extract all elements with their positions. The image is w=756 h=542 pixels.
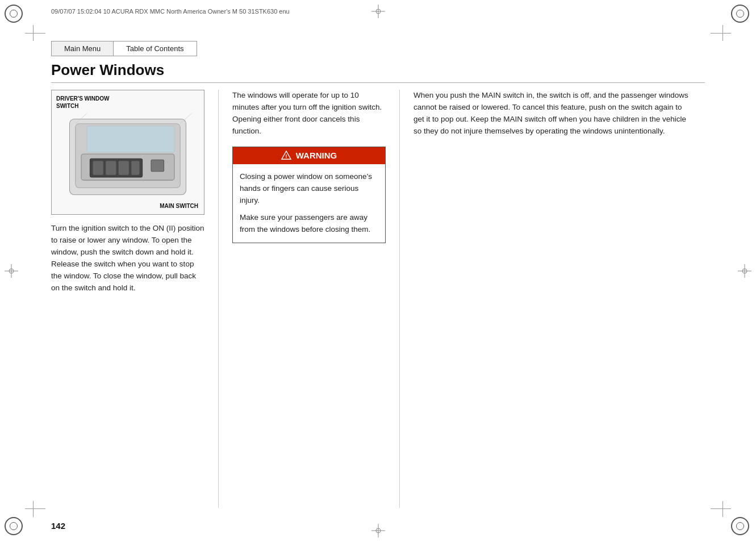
crosshair-top bbox=[371, 5, 385, 18]
crosshair-left bbox=[5, 264, 18, 278]
table-of-contents-tab[interactable]: Table of Contents bbox=[114, 41, 196, 56]
edge-line bbox=[711, 33, 731, 34]
warning-box: ! WARNING Closing a power window on some… bbox=[232, 147, 386, 244]
svg-rect-20 bbox=[151, 160, 164, 172]
edge-line bbox=[33, 501, 34, 517]
warning-line2: Make sure your passengers are away from … bbox=[240, 212, 378, 236]
nav-tabs: Main Menu Table of Contents bbox=[51, 41, 197, 56]
window-switch-illustration bbox=[57, 107, 198, 201]
warning-header: ! WARNING bbox=[233, 147, 385, 164]
warning-body: Closing a power window on someone's hand… bbox=[233, 164, 385, 243]
svg-rect-23 bbox=[87, 126, 174, 152]
image-label-main-switch: MAIN SWITCH bbox=[160, 202, 198, 210]
page-number: 142 bbox=[51, 521, 65, 531]
page-title: Power Windows bbox=[51, 61, 705, 83]
edge-line bbox=[25, 33, 45, 34]
header-meta: 09/07/07 15:02:04 10 ACURA RDX MMC North… bbox=[51, 8, 290, 15]
edge-line bbox=[722, 501, 723, 517]
corner-decoration-bl bbox=[5, 517, 25, 537]
content-area: DRIVER'S WINDOW SWITCH bbox=[51, 90, 705, 508]
crosshair-bottom bbox=[371, 524, 385, 537]
warning-line1: Closing a power window on someone's hand… bbox=[240, 171, 378, 207]
corner-decoration-tl bbox=[5, 5, 25, 25]
edge-line bbox=[25, 508, 45, 509]
col-right-body-text: When you push the MAIN switch in, the sw… bbox=[413, 90, 694, 137]
svg-rect-16 bbox=[93, 161, 103, 175]
svg-rect-18 bbox=[119, 161, 129, 175]
window-switch-image: DRIVER'S WINDOW SWITCH bbox=[51, 90, 204, 215]
svg-rect-17 bbox=[106, 161, 116, 175]
corner-decoration-br bbox=[731, 517, 751, 537]
svg-text:!: ! bbox=[285, 153, 287, 159]
divider-mid-right bbox=[399, 90, 400, 508]
crosshair-right bbox=[738, 264, 751, 278]
col-mid-body-text: The windows will operate for up to 10 mi… bbox=[232, 90, 386, 137]
edge-line bbox=[722, 25, 723, 41]
col-right: When you push the MAIN switch in, the sw… bbox=[402, 90, 705, 508]
edge-line bbox=[33, 25, 34, 41]
warning-label: WARNING bbox=[296, 151, 337, 160]
corner-decoration-tr bbox=[731, 5, 751, 25]
divider-left-mid bbox=[218, 90, 219, 508]
col-mid: The windows will operate for up to 10 mi… bbox=[221, 90, 397, 508]
col-left-body-text: Turn the ignition switch to the ON (II) … bbox=[51, 223, 206, 294]
col-left: DRIVER'S WINDOW SWITCH bbox=[51, 90, 216, 508]
main-menu-tab[interactable]: Main Menu bbox=[52, 41, 114, 56]
edge-line bbox=[711, 508, 731, 509]
warning-triangle-icon: ! bbox=[281, 151, 291, 161]
svg-rect-19 bbox=[131, 161, 139, 175]
